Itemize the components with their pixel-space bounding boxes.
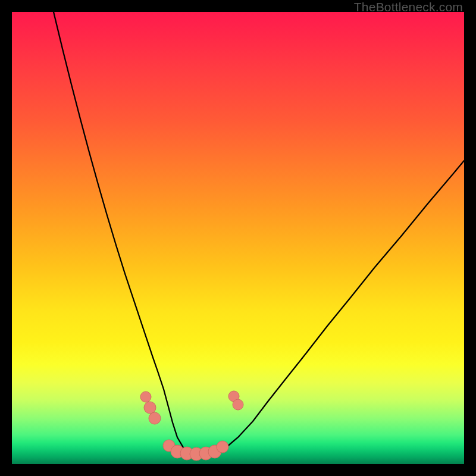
valley-marker — [144, 402, 156, 414]
valley-marker — [233, 399, 243, 410]
bottleneck-curve — [54, 12, 464, 453]
valley-marker — [140, 392, 151, 402]
plot-frame — [12, 12, 464, 464]
bottom-marker-group — [140, 391, 243, 461]
valley-marker — [149, 412, 161, 424]
chart-svg — [12, 12, 464, 464]
watermark-text: TheBottleneck.com — [354, 0, 463, 14]
valley-marker — [217, 441, 228, 453]
